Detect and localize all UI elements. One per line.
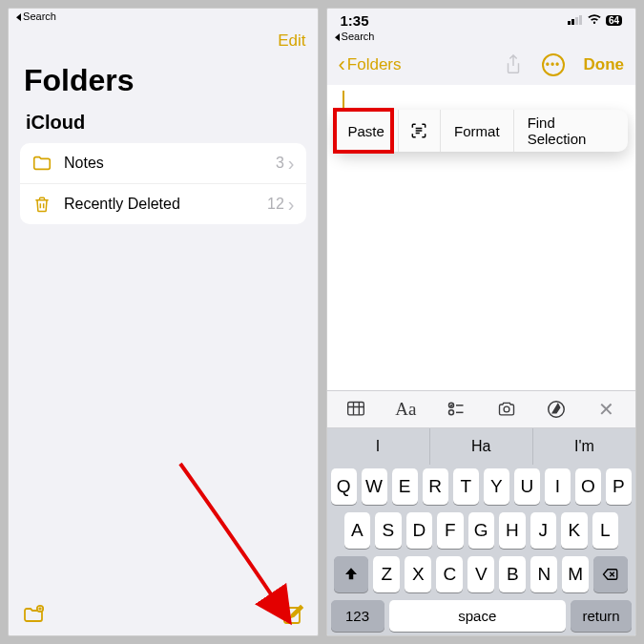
status-bar: 1:35 64 xyxy=(327,9,636,29)
edit-button[interactable]: Edit xyxy=(278,31,305,51)
key[interactable]: W xyxy=(362,468,387,505)
key-row-2: A S D F G H J K L xyxy=(327,509,636,552)
trash-icon xyxy=(31,194,52,215)
svg-rect-6 xyxy=(347,403,364,415)
suggestion[interactable]: Ha xyxy=(429,428,532,465)
key[interactable]: E xyxy=(392,468,418,505)
phone-note-editor: 1:35 64 ◀ Search ‹Folders ••• Done xyxy=(326,8,637,636)
suggestion-bar: I Ha I'm xyxy=(327,428,636,465)
folder-label: Recently Deleted xyxy=(64,196,180,213)
key[interactable]: N xyxy=(530,556,557,592)
chevron-right-icon: › xyxy=(288,195,295,214)
page-title: Folders xyxy=(9,25,318,108)
svg-rect-5 xyxy=(579,15,582,25)
space-key[interactable]: space xyxy=(389,600,567,632)
checklist-icon[interactable] xyxy=(444,399,468,420)
key[interactable]: M xyxy=(562,556,589,592)
key[interactable]: I xyxy=(545,468,571,505)
compose-icon[interactable] xyxy=(281,603,304,626)
chevron-right-icon: › xyxy=(288,154,295,173)
key[interactable]: X xyxy=(405,556,431,592)
close-keyboard-icon[interactable]: ✕ xyxy=(594,399,619,420)
nav-bar: ‹Folders ••• Done xyxy=(327,45,636,85)
return-key[interactable]: return xyxy=(571,600,632,632)
key[interactable]: H xyxy=(499,512,526,549)
key[interactable]: Y xyxy=(484,468,509,505)
folder-row-notes[interactable]: Notes 3 › xyxy=(20,143,306,183)
key[interactable]: D xyxy=(406,512,433,549)
svg-point-9 xyxy=(504,406,509,412)
key[interactable]: L xyxy=(592,512,619,549)
backspace-key[interactable] xyxy=(593,556,628,592)
done-button[interactable]: Done xyxy=(584,55,625,74)
back-to-search[interactable]: ◀ Search xyxy=(9,9,318,25)
suggestion[interactable]: I xyxy=(327,428,429,465)
note-text-area[interactable]: Paste Format Find Selection xyxy=(327,85,636,390)
folder-count: 3 xyxy=(276,155,284,172)
menu-paste[interactable]: Paste xyxy=(335,110,399,152)
new-folder-icon[interactable] xyxy=(22,603,45,626)
key[interactable]: P xyxy=(606,468,632,505)
key[interactable]: F xyxy=(437,512,464,549)
key[interactable]: Q xyxy=(331,468,357,505)
share-icon[interactable] xyxy=(504,54,523,75)
key[interactable]: K xyxy=(561,512,588,549)
menu-find-selection[interactable]: Find Selection xyxy=(514,110,628,152)
key[interactable]: S xyxy=(375,512,402,549)
keyboard-toolbar: Aa ✕ xyxy=(327,390,636,428)
key-row-3: Z X C V B N M xyxy=(327,552,636,596)
context-menu: Paste Format Find Selection xyxy=(335,110,629,152)
key[interactable]: V xyxy=(467,556,494,592)
battery-badge: 64 xyxy=(606,15,622,26)
folders-list: Notes 3 › Recently Deleted 12 › xyxy=(20,143,306,224)
annotation-arrow xyxy=(171,454,304,626)
key[interactable]: U xyxy=(514,468,540,505)
key[interactable]: C xyxy=(436,556,463,592)
back-to-folders[interactable]: ‹Folders xyxy=(339,52,402,77)
key-row-4: 123 space return xyxy=(327,596,636,635)
keyboard: Aa ✕ I Ha I'm Q W E R T Y U I O P xyxy=(327,390,636,635)
markup-icon[interactable] xyxy=(544,399,569,420)
phone-folders-view: ◀ Search Edit Folders iCloud Notes 3 › R… xyxy=(8,8,319,636)
key[interactable]: R xyxy=(423,468,448,505)
menu-format[interactable]: Format xyxy=(441,110,514,152)
menu-scan-text-icon[interactable] xyxy=(399,110,441,152)
status-time: 1:35 xyxy=(341,12,369,29)
folder-count: 12 xyxy=(267,196,284,213)
camera-icon[interactable] xyxy=(494,399,519,420)
key[interactable]: T xyxy=(453,468,479,505)
table-icon[interactable] xyxy=(343,399,368,420)
folder-row-recently-deleted[interactable]: Recently Deleted 12 › xyxy=(20,183,306,224)
wifi-icon xyxy=(587,13,602,28)
text-format-icon[interactable]: Aa xyxy=(393,399,418,420)
svg-rect-4 xyxy=(575,17,578,25)
key[interactable]: J xyxy=(530,512,557,549)
svg-rect-3 xyxy=(571,19,574,25)
text-cursor xyxy=(343,91,344,110)
signal-icon xyxy=(568,13,583,28)
key[interactable]: G xyxy=(468,512,495,549)
key[interactable]: Z xyxy=(373,556,400,592)
shift-key[interactable] xyxy=(334,556,368,592)
section-header-icloud: iCloud xyxy=(9,108,318,143)
numbers-key[interactable]: 123 xyxy=(331,600,384,632)
svg-rect-2 xyxy=(568,21,571,25)
key[interactable]: B xyxy=(499,556,526,592)
suggestion[interactable]: I'm xyxy=(532,428,635,465)
back-to-search[interactable]: ◀ Search xyxy=(327,29,636,45)
more-icon[interactable]: ••• xyxy=(542,53,565,76)
svg-point-8 xyxy=(448,410,453,415)
key[interactable]: O xyxy=(575,468,601,505)
folder-label: Notes xyxy=(64,155,104,172)
folder-icon xyxy=(31,153,52,174)
key-row-1: Q W E R T Y U I O P xyxy=(327,465,636,509)
key[interactable]: A xyxy=(344,512,371,549)
